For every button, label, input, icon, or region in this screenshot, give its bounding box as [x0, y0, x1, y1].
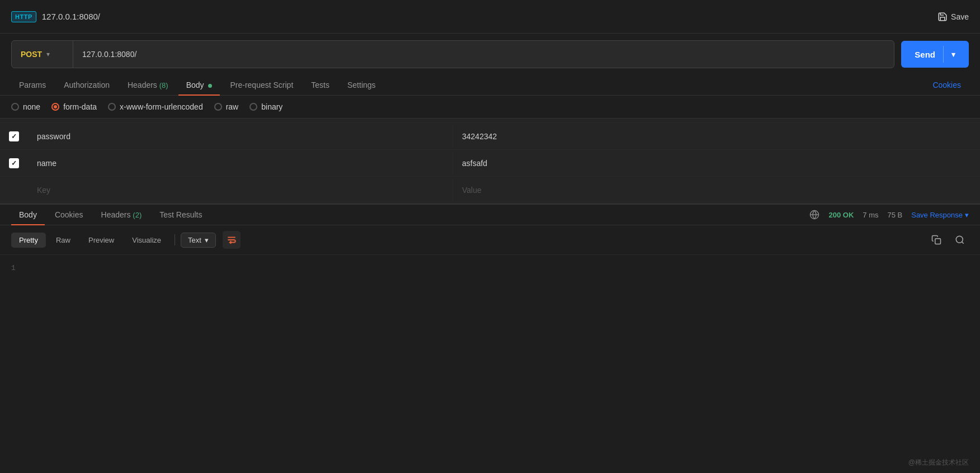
status-size: 75 B: [887, 211, 902, 219]
body-type-row: none form-data x-www-form-urlencoded raw…: [0, 96, 980, 119]
format-visualize[interactable]: Visualize: [124, 233, 169, 248]
watermark: @稀土掘金技术社区: [908, 458, 969, 467]
line-number-1: 1: [11, 264, 16, 272]
request-tabs-row: Params Authorization Headers (8) Body Pr…: [0, 75, 980, 96]
radio-none-label: none: [23, 102, 40, 111]
format-pretty[interactable]: Pretty: [11, 233, 46, 248]
format-separator: [175, 234, 175, 245]
format-row: Pretty Raw Preview Visualize Text ▾: [0, 225, 980, 255]
tab-pre-request[interactable]: Pre-request Script: [222, 75, 301, 95]
response-status: 200 OK 7 ms 75 B Save Response ▾: [809, 210, 969, 220]
response-section: Body Cookies Headers (2) Test Results 20…: [0, 204, 980, 473]
globe-icon: [809, 210, 819, 220]
main-content: POST ▾ Send ▾ Params Authorization Heade…: [0, 34, 980, 473]
form-data-table: password 34242342 name asfsafd Key: [0, 119, 980, 204]
resp-tab-body[interactable]: Body: [11, 205, 45, 225]
svg-rect-3: [935, 239, 941, 244]
form-key-password[interactable]: password: [28, 125, 453, 148]
top-bar-left: HTTP 127.0.0.1:8080/: [11, 11, 100, 22]
text-dropdown-chevron-icon: ▾: [205, 236, 209, 244]
radio-raw-label: raw: [226, 102, 239, 111]
headers-badge: (8): [159, 81, 168, 89]
url-input[interactable]: [73, 41, 894, 68]
save-response-chevron-icon: ▾: [965, 211, 969, 219]
method-label: POST: [21, 50, 42, 59]
body-dot: [208, 84, 212, 88]
send-divider: [943, 46, 944, 63]
wrap-icon-button[interactable]: [223, 231, 241, 249]
save-response-button[interactable]: Save Response ▾: [911, 211, 969, 219]
resp-tab-test-results[interactable]: Test Results: [152, 205, 210, 225]
save-label: Save: [951, 12, 969, 21]
text-dropdown-label: Text: [188, 236, 201, 244]
search-icon: [955, 235, 965, 245]
form-value-placeholder[interactable]: Value: [453, 179, 980, 201]
tab-tests[interactable]: Tests: [303, 75, 337, 95]
copy-button[interactable]: [927, 231, 945, 249]
copy-icon: [931, 235, 941, 245]
http-badge: HTTP: [11, 11, 36, 22]
search-button[interactable]: [951, 231, 969, 249]
radio-binary-circle: [249, 103, 257, 111]
form-row-check-name[interactable]: [0, 158, 28, 168]
format-right-icons: [927, 231, 969, 249]
radio-urlencoded-label: x-www-form-urlencoded: [120, 102, 203, 111]
radio-form-data[interactable]: form-data: [51, 102, 97, 111]
tab-body[interactable]: Body: [178, 75, 220, 95]
resp-headers-badge: (2): [133, 211, 142, 219]
checkbox-password[interactable]: [9, 131, 19, 141]
svg-point-4: [956, 236, 963, 243]
svg-line-5: [962, 242, 963, 243]
chevron-down-icon: ▾: [46, 50, 50, 58]
form-value-name[interactable]: asfsafd: [453, 152, 980, 174]
radio-none[interactable]: none: [11, 102, 40, 111]
status-time: 7 ms: [863, 211, 878, 219]
form-value-password[interactable]: 34242342: [453, 125, 980, 148]
format-preview[interactable]: Preview: [81, 233, 122, 248]
tab-headers[interactable]: Headers (8): [120, 75, 176, 95]
tab-cookies[interactable]: Cookies: [925, 75, 969, 95]
top-url: 127.0.0.1:8080/: [42, 12, 100, 21]
radio-raw[interactable]: raw: [214, 102, 239, 111]
text-dropdown[interactable]: Text ▾: [181, 233, 216, 248]
send-label: Send: [915, 50, 935, 59]
radio-binary[interactable]: binary: [249, 102, 282, 111]
checkbox-name[interactable]: [9, 158, 19, 168]
tab-params[interactable]: Params: [11, 75, 54, 95]
form-key-name[interactable]: name: [28, 152, 453, 174]
save-icon: [937, 12, 948, 22]
method-select[interactable]: POST ▾: [12, 41, 73, 68]
radio-raw-circle: [214, 103, 222, 111]
send-chevron-icon: ▾: [951, 50, 955, 59]
top-bar: HTTP 127.0.0.1:8080/ Save: [0, 0, 980, 34]
response-body: 1: [0, 255, 980, 281]
url-bar-inner: POST ▾: [11, 40, 894, 68]
radio-urlencoded-circle: [108, 103, 116, 111]
form-row-empty: Key Value: [0, 177, 980, 204]
radio-binary-label: binary: [261, 102, 282, 111]
save-button[interactable]: Save: [937, 12, 969, 22]
response-tabs-row: Body Cookies Headers (2) Test Results 20…: [0, 205, 980, 225]
format-raw[interactable]: Raw: [48, 233, 78, 248]
radio-form-data-circle: [51, 103, 59, 111]
resp-tab-cookies[interactable]: Cookies: [47, 205, 91, 225]
form-row-name: name asfsafd: [0, 150, 980, 177]
tab-settings[interactable]: Settings: [340, 75, 384, 95]
tab-authorization[interactable]: Authorization: [56, 75, 117, 95]
radio-urlencoded[interactable]: x-www-form-urlencoded: [108, 102, 203, 111]
form-key-placeholder[interactable]: Key: [28, 179, 453, 201]
form-row-password: password 34242342: [0, 123, 980, 150]
wrap-lines-icon: [227, 235, 237, 245]
resp-tab-headers[interactable]: Headers (2): [93, 205, 150, 225]
send-button[interactable]: Send ▾: [901, 41, 969, 68]
radio-form-data-label: form-data: [63, 102, 97, 111]
status-ok: 200 OK: [828, 211, 854, 219]
url-bar: POST ▾ Send ▾: [0, 34, 980, 75]
form-row-check-password[interactable]: [0, 131, 28, 141]
radio-none-circle: [11, 103, 19, 111]
